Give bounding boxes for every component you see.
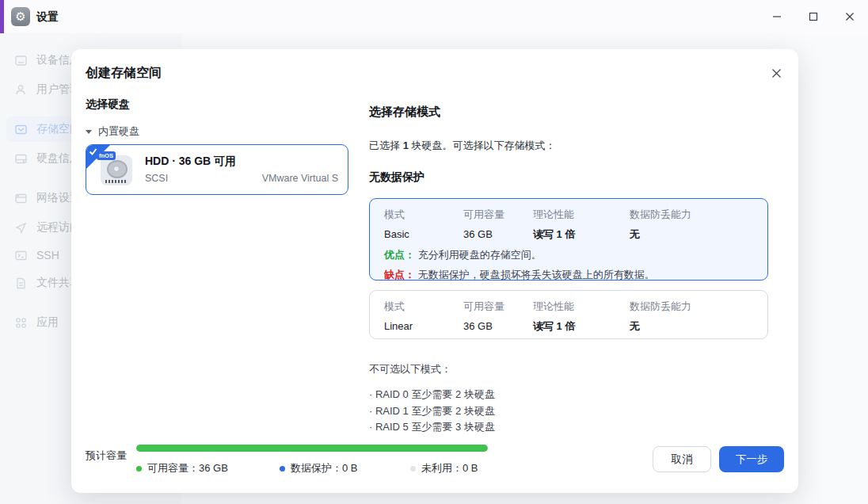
blue-dot-icon xyxy=(280,466,285,472)
close-window-button[interactable] xyxy=(832,0,868,33)
window-controls xyxy=(759,0,868,33)
unavailable-mode-raid0: · RAID 0 至少需要 2 块硬盘 xyxy=(369,387,495,403)
legend-protection: 数据保护：0 B xyxy=(280,461,358,475)
create-storage-space-dialog: 创建存储空间 选择硬盘 内置硬盘 fnOS HDD · 36 GB 可用 xyxy=(71,49,798,493)
estimated-capacity-label: 预计容量 xyxy=(86,449,127,463)
unavailable-modes-list: · RAID 0 至少需要 2 块硬盘 · RAID 1 至少需要 2 块硬盘 … xyxy=(369,387,495,436)
unavailable-mode-raid1: · RAID 1 至少需要 2 块硬盘 xyxy=(369,403,495,420)
close-icon xyxy=(771,68,782,78)
close-icon xyxy=(845,12,855,21)
disk-group-label: 内置硬盘 xyxy=(98,124,139,139)
unavailable-mode-raid5: · RAID 5 至少需要 3 块硬盘 xyxy=(369,419,495,436)
fnos-badge: fnOS xyxy=(97,151,116,160)
mode-performance: 读写 1 倍 xyxy=(533,319,630,334)
disk-model: VMware Virtual S xyxy=(262,173,338,184)
maximize-button[interactable] xyxy=(795,0,832,33)
column-header-mode: 模式 xyxy=(384,300,463,314)
mode-pros: 优点： 充分利用硬盘的存储空间。 xyxy=(384,248,755,262)
mode-protection: 无 xyxy=(630,227,755,242)
minimize-button[interactable] xyxy=(759,0,795,33)
background-window-edge xyxy=(0,0,4,33)
selected-disk-count: 1 xyxy=(403,139,409,151)
titlebar: ⚙ 设置 xyxy=(0,0,868,33)
mode-capacity: 36 GB xyxy=(463,227,533,242)
mode-performance: 读写 1 倍 xyxy=(533,227,630,242)
column-header-performance: 理论性能 xyxy=(533,208,630,222)
mode-card-linear[interactable]: 模式 可用容量 理论性能 数据防丢能力 Linear 36 GB 读写 1 倍 … xyxy=(369,290,768,339)
minimize-icon xyxy=(772,12,782,21)
maximize-icon xyxy=(809,12,818,21)
column-header-performance: 理论性能 xyxy=(533,300,630,314)
selection-summary: 已选择 1 块硬盘。可选择以下存储模式： xyxy=(369,139,555,153)
mode-cons: 缺点： 无数据保护，硬盘损坏将丢失该硬盘上的所有数据。 xyxy=(384,268,755,281)
mode-protection: 无 xyxy=(630,319,755,334)
select-disk-heading: 选择硬盘 xyxy=(86,97,130,112)
column-header-mode: 模式 xyxy=(384,208,463,222)
gray-dot-icon xyxy=(410,466,416,472)
no-protection-group-heading: 无数据保护 xyxy=(369,170,424,185)
dialog-close-button[interactable] xyxy=(765,62,787,84)
chevron-down-icon xyxy=(86,130,92,134)
select-mode-heading: 选择存储模式 xyxy=(369,105,440,120)
disk-card-hdd[interactable]: fnOS HDD · 36 GB 可用 SCSI VMware Virtual … xyxy=(86,144,348,195)
mode-name: Basic xyxy=(384,227,463,242)
mode-capacity: 36 GB xyxy=(463,319,533,334)
next-step-button[interactable]: 下一步 xyxy=(719,446,784,472)
column-header-protection: 数据防丢能力 xyxy=(630,300,755,314)
column-header-protection: 数据防丢能力 xyxy=(630,208,755,222)
disk-interface: SCSI xyxy=(145,173,168,184)
capacity-bar xyxy=(136,445,488,452)
legend-available: 可用容量：36 GB xyxy=(136,461,228,475)
dialog-title: 创建存储空间 xyxy=(86,65,162,82)
internal-disk-group-toggle[interactable]: 内置硬盘 xyxy=(86,124,139,139)
capacity-bar-available-segment xyxy=(136,445,488,452)
hard-drive-icon: fnOS xyxy=(97,152,134,187)
column-header-capacity: 可用容量 xyxy=(463,300,533,314)
legend-unused: 未利用：0 B xyxy=(410,461,478,475)
app-title: 设置 xyxy=(36,10,59,25)
unavailable-modes-heading: 不可选以下模式： xyxy=(369,362,451,376)
mode-card-basic[interactable]: 模式 可用容量 理论性能 数据防丢能力 Basic 36 GB 读写 1 倍 无… xyxy=(369,198,768,281)
cancel-button[interactable]: 取消 xyxy=(653,446,711,472)
settings-gear-icon: ⚙ xyxy=(11,7,30,26)
disk-title: HDD · 36 GB 可用 xyxy=(145,153,338,169)
column-header-capacity: 可用容量 xyxy=(463,208,533,222)
mode-name: Linear xyxy=(384,319,463,334)
green-dot-icon xyxy=(136,466,142,472)
